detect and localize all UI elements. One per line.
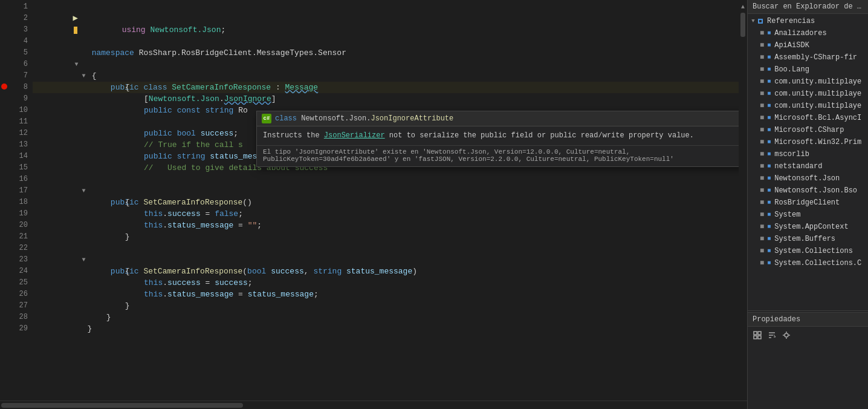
- line-num-9: 9: [13, 93, 28, 105]
- code-line-9: public const string Ro: [33, 93, 739, 105]
- code-line-28: }: [33, 312, 739, 323]
- code-line-23: {: [33, 254, 739, 266]
- line-num-1: 1: [13, 1, 28, 13]
- tree-item-analizadores[interactable]: ■ ■ Analizadores: [748, 27, 868, 39]
- rosbridge-label: RosBridgeClient: [774, 197, 840, 209]
- line-num-10: 10: [13, 105, 28, 116]
- newtonsoft-label: Newtonsoft.Json: [774, 172, 840, 185]
- unity1-label: com.unity.multiplaye: [774, 76, 861, 88]
- code-line-20: }: [33, 220, 739, 231]
- referencias-icon: [758, 19, 763, 24]
- code-line-24: this.success = success;: [33, 266, 739, 277]
- vertical-scrollbar[interactable]: ▲: [739, 0, 747, 401]
- breakpoint-dot[interactable]: [1, 83, 7, 90]
- system-collections-c-label: System.Collections.C: [774, 257, 861, 269]
- tree-item-apiaisdк[interactable]: ■ ■ ApiAiSDK: [748, 39, 868, 51]
- properties-panel: Propiedades: [748, 312, 868, 409]
- line-num-24: 24: [13, 266, 28, 277]
- collapse-referencias[interactable]: ▼: [750, 15, 756, 27]
- tree-item-boolang[interactable]: ■ ■ Boo.Lang: [748, 64, 868, 76]
- ms-csharp-label: Microsoft.CSharp: [774, 124, 844, 136]
- code-line-17: {: [33, 185, 739, 197]
- line-num-11: 11: [13, 116, 28, 128]
- code-line-21: [33, 231, 739, 243]
- line-num-7: 7: [13, 70, 28, 82]
- properties-header: Propiedades: [748, 313, 868, 327]
- tree-item-bcl[interactable]: ■ ■ Microsoft.Bcl.AsyncI: [748, 112, 868, 124]
- code-line-8: [Newtonsoft.Json.JsonIgnore]: [33, 82, 739, 93]
- tree-item-mscorlib[interactable]: ■ ■ mscorlib: [748, 148, 868, 160]
- ref-icon: ■: [767, 27, 771, 39]
- ms-win32-label: Microsoft.Win32.Prim: [774, 136, 861, 148]
- tree-view: ▼ Referencias ■ ■ Analizadores ■ ■ ApiAi…: [748, 14, 868, 309]
- svg-rect-0: [754, 332, 757, 335]
- ref-spacer: ■: [760, 27, 764, 39]
- class-icon: c#: [262, 114, 271, 123]
- tree-item-assembly[interactable]: ■ ■ Assembly-CSharp-fir: [748, 51, 868, 64]
- properties-sort-btn[interactable]: [766, 329, 778, 341]
- code-line-1: ▶: [33, 1, 739, 13]
- analizadores-label: Analizadores: [774, 27, 826, 39]
- code-editor[interactable]: ▶ using Newtonsoft.Json; namespace RosSh…: [33, 0, 739, 401]
- line-num-25: 25: [13, 277, 28, 289]
- tree-item-unity1[interactable]: ■ ■ com.unity.multiplaye: [748, 76, 868, 88]
- breakpoint-gutter: [0, 0, 8, 401]
- line-num-15: 15: [13, 162, 28, 174]
- properties-toolbar: [748, 327, 868, 344]
- system-appcontext-label: System.AppContext: [774, 221, 848, 233]
- tree-item-newtonsoft[interactable]: ■ ■ Newtonsoft.Json: [748, 172, 868, 185]
- unity2-label: com.unity.multiplaye: [774, 88, 861, 100]
- code-line-3: [33, 24, 739, 36]
- system-buffers-label: System.Buffers: [774, 233, 835, 245]
- svg-rect-2: [754, 336, 757, 339]
- line-num-19: 19: [13, 208, 28, 220]
- line-num-20: 20: [13, 220, 28, 231]
- scroll-thumb[interactable]: [740, 13, 745, 37]
- line-num-26: 26: [13, 289, 28, 300]
- popup-header: c# class Newtonsoft.Json.JsonIgnoreAttri…: [257, 111, 739, 126]
- right-panel: Buscar en Explorador de soluciones ( ▼ R…: [747, 0, 868, 409]
- code-line-25: this.status_message = status_message;: [33, 277, 739, 289]
- tree-item-system-collections[interactable]: ■ ■ System.Collections: [748, 245, 868, 257]
- h-scroll-thumb[interactable]: [1, 403, 243, 408]
- line-num-16: 16: [13, 174, 28, 185]
- panel-separator: [748, 310, 868, 311]
- tree-item-system-buffers[interactable]: ■ ■ System.Buffers: [748, 233, 868, 245]
- line-num-29: 29: [13, 323, 28, 335]
- properties-wrench-btn[interactable]: [780, 329, 792, 341]
- tree-item-ms-win32[interactable]: ■ ■ Microsoft.Win32.Prim: [748, 136, 868, 148]
- intellisense-popup: c# class Newtonsoft.Json.JsonIgnoreAttri…: [256, 111, 739, 167]
- line-num-22: 22: [13, 243, 28, 254]
- tree-item-system[interactable]: ■ ■ System: [748, 209, 868, 221]
- tree-item-ms-csharp[interactable]: ■ ■ Microsoft.CSharp: [748, 124, 868, 136]
- horizontal-scrollbar[interactable]: [0, 401, 747, 409]
- tree-item-referencias[interactable]: ▼ Referencias: [748, 15, 868, 27]
- svg-point-7: [785, 333, 788, 337]
- tree-item-netstandard[interactable]: ■ ■ netstandard: [748, 160, 868, 172]
- solution-explorer: Buscar en Explorador de soluciones ( ▼ R…: [748, 0, 868, 409]
- tree-item-system-collections-c[interactable]: ■ ■ System.Collections.C: [748, 257, 868, 269]
- tree-item-unity3[interactable]: ■ ■ com.unity.multiplaye: [748, 100, 868, 112]
- tree-item-newtonsoft-bson[interactable]: ■ ■ Newtonsoft.Json.Bso: [748, 185, 868, 197]
- tree-item-system-appcontext[interactable]: ■ ■ System.AppContext: [748, 221, 868, 233]
- line-num-27: 27: [13, 300, 28, 312]
- line-num-4: 4: [13, 36, 28, 47]
- tree-item-unity2[interactable]: ■ ■ com.unity.multiplaye: [748, 88, 868, 100]
- popup-description: Instructs the: [263, 131, 320, 140]
- bcl-label: Microsoft.Bcl.AsyncI: [774, 112, 861, 124]
- popup-link[interactable]: JsonSerializer: [324, 131, 385, 140]
- newtonsoft-bson-label: Newtonsoft.Json.Bso: [774, 185, 857, 197]
- code-line-26: }: [33, 289, 739, 300]
- tree-item-rosbridge[interactable]: ■ ■ RosBridgeClient: [748, 197, 868, 209]
- line-num-2: 2: [13, 13, 28, 24]
- code-line-2: using Newtonsoft.Json;: [33, 13, 739, 24]
- line-num-18: 18: [13, 197, 28, 208]
- line-numbers: 1 2 3 4 5 6 7 8 9 10 11 12 13 14 15 16 1…: [8, 0, 33, 401]
- line-num-17: 17: [13, 185, 28, 197]
- code-line-6: ▼ public class SetCameraInfoResponse : M…: [33, 59, 739, 70]
- code-line-22: ▼ public SetCameraInfoResponse(bool succ…: [33, 243, 739, 254]
- solution-explorer-header: Buscar en Explorador de soluciones (: [748, 0, 868, 14]
- line-num-21: 21: [13, 231, 28, 243]
- line-num-28: 28: [13, 312, 28, 323]
- properties-grid-btn[interactable]: [751, 329, 763, 341]
